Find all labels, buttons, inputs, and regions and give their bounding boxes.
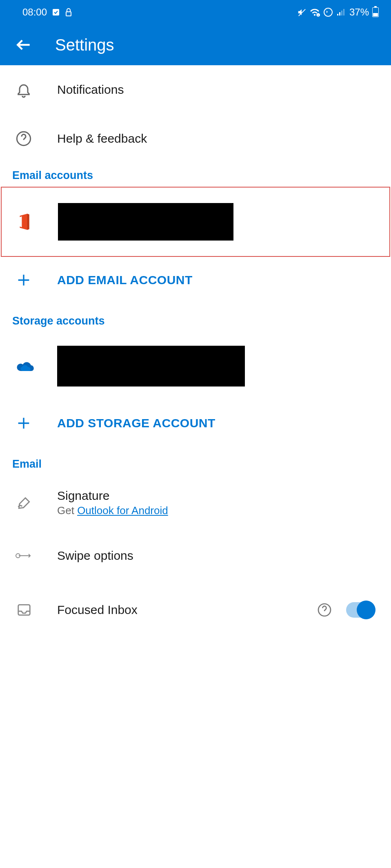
help-circle-icon[interactable] — [317, 603, 332, 617]
add-email-label: ADD EMAIL ACCOUNT — [57, 273, 193, 287]
swipe-label: Swipe options — [57, 549, 133, 563]
svg-rect-1 — [66, 12, 71, 16]
storage-accounts-header: Storage accounts — [0, 303, 391, 331]
svg-rect-9 — [343, 9, 344, 15]
focused-inbox-toggle[interactable] — [346, 602, 375, 618]
signature-subtext: Get Outlook for Android — [57, 504, 168, 517]
swipe-options-item[interactable]: Swipe options — [0, 531, 391, 580]
status-right: + 37% — [297, 7, 379, 18]
email-accounts-header: Email accounts — [0, 163, 391, 186]
add-storage-button[interactable]: ADD STORAGE ACCOUNT — [0, 401, 391, 446]
status-left: 08:00 — [22, 7, 72, 18]
help-item[interactable]: Help & feedback — [0, 114, 391, 163]
battery-percent: 37% — [349, 7, 369, 18]
email-section-header: Email — [0, 446, 391, 475]
bell-icon — [16, 81, 32, 99]
status-time: 08:00 — [22, 7, 47, 18]
focused-label: Focused Inbox — [57, 603, 138, 617]
email-account-item[interactable] — [1, 187, 390, 257]
storage-account-item[interactable] — [0, 331, 391, 401]
swipe-icon — [16, 551, 33, 561]
svg-rect-6 — [337, 14, 338, 15]
lock-icon — [65, 8, 72, 17]
call-icon — [323, 7, 333, 17]
redacted-storage-text — [57, 346, 245, 387]
mute-icon — [297, 8, 306, 17]
focused-inbox-item[interactable]: Focused Inbox — [0, 580, 391, 629]
signature-icon — [16, 495, 33, 511]
onedrive-icon — [16, 360, 35, 373]
svg-rect-7 — [339, 12, 340, 15]
battery-icon — [372, 7, 379, 17]
add-storage-label: ADD STORAGE ACCOUNT — [57, 416, 215, 430]
office-icon — [16, 212, 33, 231]
signature-label: Signature — [57, 489, 168, 503]
plus-icon — [16, 415, 32, 431]
inbox-icon — [16, 602, 33, 618]
svg-text:+: + — [317, 13, 319, 17]
svg-rect-0 — [53, 9, 59, 15]
notifications-item[interactable]: Notifications — [0, 65, 391, 114]
notifications-label: Notifications — [57, 83, 124, 97]
page-title: Settings — [55, 36, 114, 54]
back-button[interactable] — [12, 34, 35, 56]
help-label: Help & feedback — [57, 132, 147, 146]
wifi-icon: + — [309, 8, 320, 17]
svg-rect-8 — [341, 11, 342, 15]
plus-icon — [16, 272, 32, 288]
svg-point-5 — [324, 8, 332, 16]
status-bar: 08:00 + 37% — [0, 0, 391, 24]
help-icon — [16, 130, 32, 147]
add-email-button[interactable]: ADD EMAIL ACCOUNT — [0, 258, 391, 303]
checkbox-icon — [52, 8, 60, 16]
arrow-left-icon — [15, 36, 33, 54]
signal-icon — [336, 8, 346, 16]
signature-item[interactable]: Signature Get Outlook for Android — [0, 475, 391, 531]
outlook-link[interactable]: Outlook for Android — [77, 504, 168, 517]
app-bar: Settings — [0, 24, 391, 65]
redacted-email-text — [58, 203, 233, 241]
